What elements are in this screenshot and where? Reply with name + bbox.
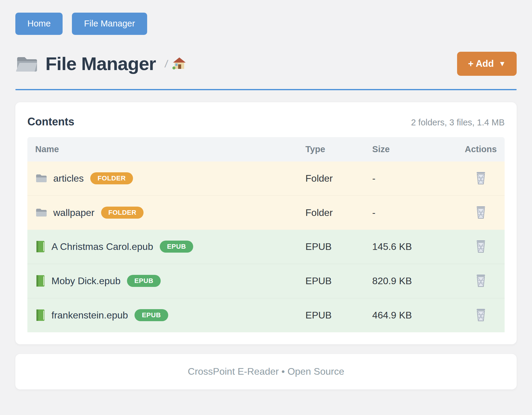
cell-size: 820.9 KB xyxy=(366,264,457,298)
file-table: Name Type Size Actions article xyxy=(27,137,505,332)
footer: CrossPoint E-Reader • Open Source xyxy=(15,354,517,389)
nav-button-home[interactable]: Home xyxy=(15,13,63,35)
trash-icon xyxy=(475,205,486,219)
cell-type: Folder xyxy=(299,161,366,196)
folder-icon xyxy=(35,208,47,217)
add-button-label: + Add xyxy=(468,58,494,69)
book-icon xyxy=(35,240,45,253)
cell-size: 145.6 KB xyxy=(366,230,457,264)
breadcrumb-separator: / xyxy=(164,58,169,70)
delete-button[interactable] xyxy=(474,238,488,255)
file-name-link[interactable]: A Christmas Carol.epub xyxy=(51,241,153,252)
trash-icon xyxy=(475,274,486,287)
nav-button-file-manager[interactable]: File Manager xyxy=(72,13,147,35)
epub-badge: EPUB xyxy=(160,241,193,253)
cell-type: EPUB xyxy=(299,230,366,264)
book-icon xyxy=(35,309,45,321)
folder-icon xyxy=(35,174,47,183)
column-header-name: Name xyxy=(27,137,299,161)
cell-size: - xyxy=(366,161,457,196)
folder-badge: FOLDER xyxy=(90,172,133,184)
column-header-actions: Actions xyxy=(457,137,505,161)
title-divider xyxy=(15,89,517,90)
house-icon[interactable] xyxy=(172,57,186,70)
cell-size: 464.9 KB xyxy=(366,298,457,332)
epub-badge: EPUB xyxy=(127,275,160,287)
chevron-down-icon: ▼ xyxy=(499,60,506,67)
table-row[interactable]: Moby Dick.epub EPUB EPUB 820.9 KB xyxy=(27,264,505,298)
title-group: File Manager / xyxy=(15,53,186,74)
contents-summary: 2 folders, 3 files, 1.4 MB xyxy=(411,118,505,128)
file-name-link[interactable]: frankenstein.epub xyxy=(51,310,128,321)
folder-badge: FOLDER xyxy=(101,207,144,219)
cell-type: EPUB xyxy=(299,298,366,332)
file-name-link[interactable]: articles xyxy=(53,173,84,184)
delete-button[interactable] xyxy=(474,169,488,187)
page-title: File Manager xyxy=(45,53,156,74)
column-header-type: Type xyxy=(299,137,366,161)
file-table-header: Name Type Size Actions xyxy=(27,137,505,161)
contents-card-header: Contents 2 folders, 3 files, 1.4 MB xyxy=(27,115,505,128)
file-name-link[interactable]: wallpaper xyxy=(53,207,94,218)
table-row[interactable]: articles FOLDER Folder - xyxy=(27,161,505,196)
table-row[interactable]: A Christmas Carol.epub EPUB EPUB 145.6 K… xyxy=(27,230,505,264)
epub-badge: EPUB xyxy=(135,309,168,321)
delete-button[interactable] xyxy=(474,204,488,221)
cell-type: Folder xyxy=(299,195,366,230)
cell-size: - xyxy=(366,195,457,230)
footer-text: CrossPoint E-Reader • Open Source xyxy=(188,366,344,377)
cell-type: EPUB xyxy=(299,264,366,298)
trash-icon xyxy=(475,171,486,185)
trash-icon xyxy=(475,239,486,253)
table-row[interactable]: frankenstein.epub EPUB EPUB 464.9 KB xyxy=(27,298,505,332)
table-row[interactable]: wallpaper FOLDER Folder - xyxy=(27,195,505,230)
nav-buttons: Home File Manager xyxy=(15,13,517,35)
breadcrumb: / xyxy=(165,57,186,71)
open-folder-icon xyxy=(15,54,38,73)
delete-button[interactable] xyxy=(474,272,488,289)
trash-icon xyxy=(475,308,486,322)
column-header-size: Size xyxy=(366,137,457,161)
contents-heading: Contents xyxy=(27,115,74,128)
file-name-link[interactable]: Moby Dick.epub xyxy=(51,275,120,287)
delete-button[interactable] xyxy=(474,306,488,324)
book-icon xyxy=(35,275,45,287)
add-button[interactable]: + Add ▼ xyxy=(457,52,517,76)
contents-card: Contents 2 folders, 3 files, 1.4 MB Name… xyxy=(15,102,517,344)
page-header: File Manager / + Add ▼ xyxy=(15,52,517,76)
